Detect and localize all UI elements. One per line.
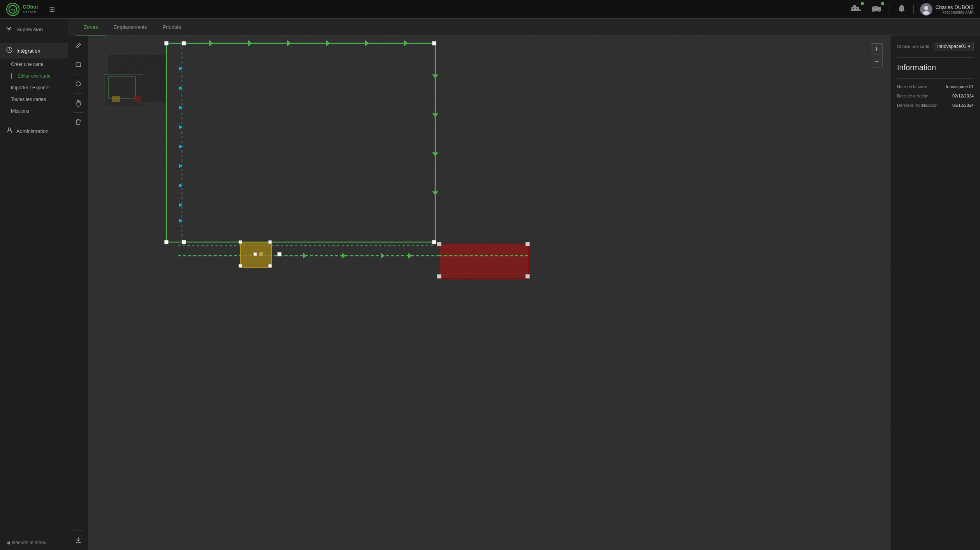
tool-separator-3 <box>74 93 83 94</box>
svg-rect-74 <box>439 244 529 278</box>
chevron-down-icon: ▾ <box>968 44 970 49</box>
svg-rect-43 <box>277 252 281 256</box>
creation-date-row: Date de création 02/12/2024 <box>897 94 974 98</box>
svg-rect-6 <box>851 9 852 11</box>
sidebar-sub-item-create-map[interactable]: Créer une carte <box>0 58 68 70</box>
administration-icon <box>6 127 12 135</box>
grid-menu-icon[interactable]: ⊞ <box>46 4 58 15</box>
svg-rect-2 <box>851 7 859 11</box>
navbar-actions: Charles DUBOIS Responsable AMR <box>849 2 974 16</box>
sidebar-item-label-administration: Administration <box>16 128 48 134</box>
svg-point-16 <box>8 128 11 130</box>
svg-rect-7 <box>859 9 861 11</box>
rect-tool[interactable] <box>71 58 85 72</box>
download-tool[interactable] <box>71 533 85 547</box>
info-section-title: Information <box>897 63 974 72</box>
tool-separator-2 <box>74 74 83 74</box>
pencil-tool[interactable] <box>71 39 85 53</box>
creation-date-label: Date de création <box>897 94 952 98</box>
tools-sidebar <box>68 35 88 550</box>
hand-tool[interactable] <box>71 96 85 110</box>
main-layout: 👁 Supervision Intégration Créer une cart… <box>0 19 980 550</box>
svg-text:my: my <box>11 8 15 12</box>
trash-tool[interactable] <box>71 115 85 129</box>
robot-badge <box>861 2 864 5</box>
sidebar-sub-item-all-maps[interactable]: Toutes les cartes <box>0 94 68 105</box>
avatar <box>920 3 932 16</box>
tab-emplacements[interactable]: Emplacements <box>106 19 155 35</box>
zone-overlay-svg <box>88 35 890 550</box>
tab-zones[interactable]: Zones <box>76 19 106 35</box>
tool-separator-4 <box>74 112 83 113</box>
svg-rect-9 <box>873 6 878 8</box>
sidebar-item-supervision[interactable]: 👁 Supervision <box>0 22 68 37</box>
svg-marker-55 <box>248 40 252 46</box>
svg-rect-73 <box>268 264 272 267</box>
map-canvas[interactable]: + − <box>88 35 890 550</box>
zoom-in-button[interactable]: + <box>871 43 883 55</box>
reduce-menu-label: Réduire le menu <box>12 540 46 545</box>
navbar: my CObot Manager ⊞ <box>0 0 980 19</box>
sidebar-item-label-supervision: Supervision <box>16 27 43 32</box>
tool-separator-1 <box>74 55 83 55</box>
logo-cobot: CObot <box>23 4 38 10</box>
svg-rect-78 <box>526 274 530 278</box>
tab-priorites[interactable]: Priorités <box>155 19 189 35</box>
sidebar-item-integration[interactable]: Intégration <box>0 43 68 58</box>
missions-label: Missions <box>11 108 29 114</box>
svg-rect-3 <box>853 8 854 9</box>
import-export-label: Importer / Exporter <box>11 85 50 90</box>
vehicle-status-icon[interactable] <box>869 3 883 16</box>
svg-marker-60 <box>432 74 438 78</box>
creation-date-value: 02/12/2024 <box>952 94 974 98</box>
app-logo[interactable]: my CObot Manager <box>6 3 38 16</box>
svg-rect-39 <box>432 41 436 45</box>
map-panel-layout: + − Choisir une carte : Innovspace01 ▾ I… <box>68 35 980 550</box>
svg-marker-49 <box>179 145 183 149</box>
svg-rect-69 <box>239 241 242 244</box>
robot-status-icon[interactable] <box>849 3 863 16</box>
svg-marker-65 <box>342 253 346 259</box>
svg-rect-41 <box>182 240 186 244</box>
svg-marker-61 <box>432 113 438 117</box>
sidebar-item-administration[interactable]: Administration <box>0 123 68 139</box>
sidebar-integration-section: Intégration Créer une carte Éditer une c… <box>0 40 68 120</box>
polygon-tool[interactable] <box>71 77 85 91</box>
content-area: Zones Emplacements Priorités <box>68 19 980 550</box>
reduce-menu-button[interactable]: ◀ Réduire le menu <box>0 535 68 550</box>
sidebar: 👁 Supervision Intégration Créer une cart… <box>0 19 68 550</box>
map-selector[interactable]: Innovspace01 ▾ <box>934 42 974 51</box>
last-modified-row: Dernière modification 05/12/2024 <box>897 103 974 108</box>
sidebar-sub-item-edit-map[interactable]: Éditer une carte <box>0 70 68 82</box>
supervision-icon: 👁 <box>6 26 12 33</box>
map-name-row: Nom de la carte Innovspace 01 <box>897 84 974 89</box>
svg-point-11 <box>878 10 880 12</box>
svg-rect-71 <box>254 253 257 256</box>
user-name: Charles DUBOIS <box>936 4 974 10</box>
edit-map-label: Éditer une carte <box>18 73 51 79</box>
navbar-divider-1 <box>890 5 890 14</box>
map-name-label: Nom de la carte <box>897 84 946 89</box>
svg-rect-75 <box>437 242 441 246</box>
user-menu[interactable]: Charles DUBOIS Responsable AMR <box>920 3 974 16</box>
svg-rect-77 <box>437 274 441 278</box>
logo-icon: my <box>6 3 19 16</box>
info-panel: Choisir une carte : Innovspace01 ▾ Infor… <box>890 35 980 550</box>
notification-icon[interactable] <box>896 2 907 16</box>
vehicle-badge <box>881 2 884 5</box>
svg-rect-17 <box>76 63 81 67</box>
last-modified-label: Dernière modification <box>897 103 952 108</box>
svg-rect-44 <box>432 240 436 244</box>
sidebar-sub-item-missions[interactable]: Missions <box>0 105 68 117</box>
svg-marker-56 <box>287 40 291 46</box>
map-selector-value: Innovspace01 <box>937 44 966 49</box>
map-name-value: Innovspace 01 <box>946 84 974 89</box>
integration-icon <box>6 47 12 55</box>
sidebar-item-label-integration: Intégration <box>16 48 40 54</box>
sidebar-sub-item-import-export[interactable]: Importer / Exporter <box>0 82 68 94</box>
svg-rect-40 <box>164 240 168 244</box>
svg-marker-67 <box>408 253 412 259</box>
zoom-out-button[interactable]: − <box>871 56 883 67</box>
svg-rect-38 <box>182 41 186 45</box>
logo-manager: Manager <box>23 10 38 14</box>
